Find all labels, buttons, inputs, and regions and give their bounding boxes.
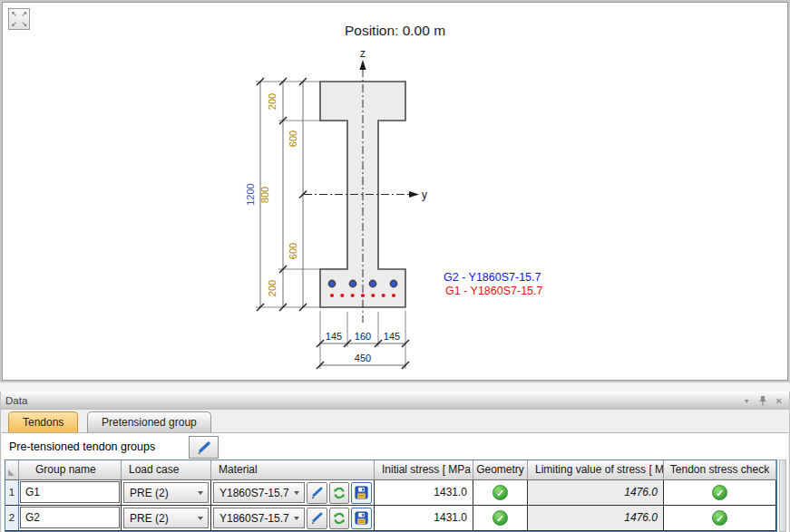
check-ok-icon: ✓ — [712, 510, 727, 526]
save-material-button[interactable] — [351, 508, 372, 529]
col-header-load-case[interactable]: Load case — [122, 460, 211, 480]
y-axis-label: y — [422, 189, 427, 201]
row-number[interactable]: 1 — [5, 480, 19, 506]
tab-strip: Tendons Pretensioned group — [1, 411, 789, 432]
dim-145-right: 145 — [384, 331, 400, 342]
edit-material-button[interactable] — [307, 482, 327, 504]
pin-icon[interactable] — [758, 395, 767, 407]
check-ok-icon: ✓ — [493, 485, 508, 500]
group-name-input[interactable]: G1 — [20, 481, 120, 503]
section-view-panel: ↖ ↗ ↙ ↘ Position: 0.00 m — [0, 0, 790, 382]
table-corner-cell[interactable] — [5, 460, 19, 480]
dim-200-top: 200 — [267, 93, 278, 110]
tendon-label-g1: G1 - Y1860S7-15.7 — [445, 285, 543, 297]
chevron-down-icon — [294, 517, 299, 520]
limiting-stress-cell[interactable]: 1476.0 — [528, 480, 664, 506]
col-header-stress-check[interactable]: Tendon stress check — [664, 460, 776, 480]
edit-material-button[interactable] — [307, 508, 327, 529]
group-name-input[interactable]: G2 — [20, 507, 120, 528]
load-case-dropdown[interactable]: PRE (2) — [123, 508, 209, 528]
expand-arrow-icon: ↗ — [19, 9, 29, 19]
tendon-label-g2: G2 - Y1860S7-15.7 — [444, 271, 541, 284]
tendon-groups-table: Group name Load case Material Initial st… — [5, 459, 777, 532]
check-ok-icon: ✓ — [712, 485, 727, 500]
row-number[interactable]: 2 — [5, 506, 19, 531]
col-header-material[interactable]: Material — [211, 460, 375, 480]
material-value: Y1860S7-15.7 — [219, 487, 289, 499]
material-value: Y1860S7-15.7 — [219, 512, 289, 525]
initial-stress-cell[interactable]: 1431.0 — [375, 506, 473, 531]
dock-content: Pre-tensioned tendon groups Group name L… — [2, 432, 788, 532]
pencil-icon — [310, 511, 324, 525]
load-case-value: PRE (2) — [130, 487, 169, 499]
reload-material-button[interactable] — [329, 508, 350, 529]
material-dropdown[interactable]: Y1860S7-15.7 — [213, 482, 305, 503]
dim-800: 800 — [259, 187, 270, 203]
refresh-icon — [332, 511, 346, 526]
dim-200-bottom: 200 — [267, 280, 278, 296]
load-case-cell: PRE (2) — [122, 506, 211, 531]
data-dock-panel: Data ▼ ✕ Tendons Pretensioned group Pre-… — [0, 392, 790, 532]
dim-600-top: 600 — [288, 131, 298, 147]
material-cell: Y1860S7-15.7 — [211, 506, 375, 531]
col-header-limiting-stress[interactable]: Limiting value of stress [ M — [528, 460, 664, 480]
material-dropdown[interactable]: Y1860S7-15.7 — [213, 508, 305, 528]
chevron-down-icon[interactable]: ▼ — [744, 398, 750, 404]
refresh-icon — [332, 486, 346, 500]
position-title: Position: 0.00 m — [2, 23, 788, 39]
expand-arrow-icon: ↖ — [9, 9, 19, 19]
dock-title: Data — [5, 392, 27, 410]
chevron-down-icon — [198, 517, 203, 520]
dim-145-left: 145 — [326, 331, 342, 342]
close-icon[interactable]: ✕ — [775, 396, 783, 406]
chevron-down-icon — [294, 491, 299, 495]
reload-material-button[interactable] — [329, 482, 350, 504]
check-ok-icon: ✓ — [493, 510, 508, 526]
dim-600-bottom: 600 — [288, 243, 298, 259]
tab-pretensioned-group[interactable]: Pretensioned group — [87, 411, 211, 432]
col-header-group-name[interactable]: Group name — [19, 460, 122, 480]
load-case-cell: PRE (2) — [122, 480, 211, 506]
cross-section-drawing: z y 1200 800 200 200 600 600 145 160 145… — [2, 2, 788, 381]
dimension-ticks — [257, 78, 409, 369]
save-icon — [355, 486, 368, 499]
load-case-dropdown[interactable]: PRE (2) — [123, 482, 209, 503]
tab-tendons[interactable]: Tendons — [8, 411, 78, 432]
dim-160: 160 — [355, 331, 371, 342]
pencil-icon — [310, 486, 324, 499]
save-material-button[interactable] — [351, 482, 372, 504]
group-name-cell: G2 — [19, 506, 122, 531]
pencil-icon — [196, 440, 212, 455]
table-scrollbar[interactable] — [779, 459, 786, 532]
z-axis-label: z — [360, 47, 366, 60]
dock-titlebar: Data ▼ ✕ — [1, 392, 789, 410]
col-header-geometry[interactable]: Geometry — [473, 460, 528, 480]
save-icon — [355, 511, 368, 525]
group-name-cell: G1 — [19, 480, 122, 506]
geometry-status-cell: ✓ — [473, 506, 528, 531]
load-case-value: PRE (2) — [130, 512, 169, 525]
edit-groups-button[interactable] — [189, 436, 219, 459]
chevron-down-icon — [198, 491, 203, 495]
material-cell: Y1860S7-15.7 — [211, 480, 375, 506]
limiting-stress-cell[interactable]: 1476.0 — [528, 506, 664, 531]
geometry-status-cell: ✓ — [473, 480, 528, 506]
dim-1200: 1200 — [245, 183, 256, 205]
initial-stress-cell[interactable]: 1431.0 — [375, 480, 473, 506]
pretensioned-groups-label: Pre-tensioned tendon groups — [9, 440, 155, 453]
stress-check-status-cell: ✓ — [664, 480, 776, 506]
stress-check-status-cell: ✓ — [664, 506, 776, 531]
col-header-initial-stress[interactable]: Initial stress [ MPa — [375, 460, 473, 480]
dim-450: 450 — [355, 353, 371, 363]
